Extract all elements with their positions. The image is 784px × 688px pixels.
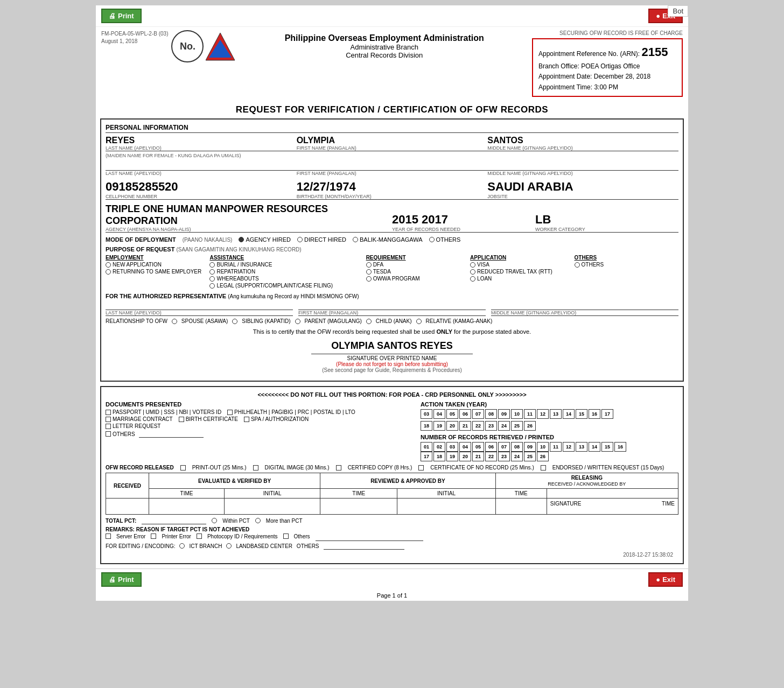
checkbox-passport-icon — [106, 410, 111, 415]
first-name2-label: FIRST NAME (PANGALAN) — [297, 171, 488, 176]
remarks-options: Server Error Printer Error Photocopy ID … — [106, 533, 678, 541]
radio-legal-icon — [209, 283, 215, 289]
sig-note: (See second page for Guide, Requirements… — [106, 367, 678, 373]
jobsite-label: JOBSITE — [487, 194, 678, 200]
checkbox-printout-icon — [180, 465, 186, 471]
rep-first-name: FIRST NAME (PANGALAN) — [298, 301, 486, 316]
rev-time-blank — [320, 499, 397, 515]
action-years-row2: 18 19 20 21 22 23 24 25 26 — [421, 421, 678, 431]
middle-name2-label: MIDDLE NAME (GITNANG APELYIDO) — [487, 171, 678, 176]
radio-landbased-icon — [226, 543, 232, 549]
cellphone-value: 09185285520 — [106, 180, 297, 194]
checkbox-marriage-icon — [106, 417, 111, 422]
radio-whereabouts-icon — [209, 276, 215, 282]
printer-icon: 🖨 — [109, 12, 116, 20]
checkbox-server-error-icon — [106, 533, 111, 539]
personal-info-section: PERSONAL INFORMATION REYES LAST NAME (AP… — [106, 124, 678, 233]
checkbox-certified-icon — [336, 465, 341, 471]
rev-initial-blank — [397, 499, 495, 515]
poea-divider: <<<<<<<<< DO NOT FILL OUT THIS PORTION: … — [106, 391, 678, 398]
purpose-others: OTHERS OTHERS — [575, 255, 678, 290]
middle-name-label: MIDDLE NAME (GITNANG APELYIDO) — [487, 145, 678, 151]
docs-title: DOCUMENTS PRESENTED — [106, 401, 415, 408]
action-years-row1: 03 04 05 06 07 08 09 10 11 12 13 14 15 1… — [421, 409, 678, 419]
bot-label: Bot — [668, 5, 688, 17]
mode-others: OTHERS — [429, 236, 461, 243]
eval-time-blank — [149, 499, 225, 515]
signature-area: OLYMPIA SANTOS REYES SIGNATURE OVER PRIN… — [106, 340, 678, 373]
exit-icon-bottom: ● — [656, 575, 660, 584]
birthdate-value: 12/27/1974 — [297, 180, 488, 194]
eval-initial: INITIAL — [225, 489, 320, 499]
pct-row: TOTAL PCT: Within PCT More than PCT — [106, 517, 678, 524]
worker-category-value: LB — [535, 213, 678, 227]
radio-returning-icon — [106, 269, 111, 275]
checkbox-birth-icon — [179, 417, 184, 422]
editing-row: FOR EDITING / ENCODING: ICT BRANCH LANDB… — [106, 542, 678, 550]
timestamp: 2018-12-27 15:38:02 — [106, 552, 678, 558]
doc-marriage: MARRIAGE CONTRACT BIRTH CERTIFICATE SPA … — [106, 416, 415, 422]
eval-initial-blank — [225, 499, 320, 515]
checkbox-letter-icon — [106, 424, 111, 429]
main-title: REQUEST FOR VERIFICATION / CERTIFICATION… — [96, 100, 688, 118]
last-name-value: REYES — [106, 135, 297, 145]
birthdate-label: BIRTHDATE (MONTH/DAY/YEAR) — [297, 194, 488, 200]
rep-middle-name: MIDDLE NAME (GITNANG APELYIDO) — [491, 301, 678, 316]
rel-time-blank — [495, 499, 547, 515]
exit-button-bottom[interactable]: ● Exit — [648, 572, 683, 587]
radio-loan-icon — [470, 276, 475, 282]
record-nums-row1: 01 02 03 04 05 06 07 08 09 10 11 12 13 1… — [421, 442, 678, 452]
action-title: ACTION TAKEN (YEAR) — [421, 401, 678, 408]
checkbox-digital-icon — [253, 465, 258, 471]
radio-sibling-icon — [232, 319, 237, 324]
print-button-top[interactable]: 🖨 Print — [101, 9, 142, 23]
bottom-bar: 🖨 Print ● Exit — [96, 568, 688, 590]
purpose-employment: EMPLOYMENT NEW APPLICATION RETURNING TO … — [106, 255, 209, 290]
checkbox-printer-error-icon — [151, 533, 156, 539]
checkbox-philhealth-icon — [227, 410, 233, 415]
radio-burial-icon — [209, 262, 215, 268]
mode-label: MODE OF DEPLOYMENT — [106, 236, 176, 243]
remarks-section: REMARKS: REASON IF TARGET PCT IS NOT ACH… — [106, 526, 678, 550]
purpose-of-request: PURPOSE OF REQUEST (SAAN GAGAMITIN ANG K… — [106, 246, 678, 290]
agency-value: TRIPLE ONE HUMAN MANPOWER RESOURCES CORP… — [106, 203, 392, 227]
mode-balik: BALIK-MANGGAGAWA — [353, 236, 423, 243]
page-number: Page 1 of 1 — [96, 590, 688, 601]
pct-label: TOTAL PCT: — [106, 518, 136, 524]
radio-within-pct-icon — [212, 518, 217, 523]
radio-ict-icon — [179, 543, 185, 549]
sig-label: SIGNATURE OVER PRINTED NAME — [106, 355, 678, 361]
processing-table: RECEIVED EVALUATED & VERIFIED BY REVIEWE… — [106, 473, 678, 515]
documents-presented: DOCUMENTS PRESENTED PASSPORT | UMID | SS… — [106, 401, 415, 461]
records-title: NUMBER OF RECORDS RETRIEVED / PRINTED — [421, 434, 678, 440]
jobsite-value: SAUDI ARABIA — [487, 180, 678, 194]
year-records-value: 2015 2017 — [392, 213, 535, 227]
radio-new-app-icon — [106, 262, 111, 268]
print-button-bottom[interactable]: 🖨 Print — [101, 572, 142, 587]
eval-time: TIME — [149, 489, 225, 499]
radio-owwa-icon — [366, 276, 372, 282]
radio-visa-icon — [470, 262, 475, 268]
form-number: FM-POEA-05-WPL-2-B (03) August 1, 2018 — [101, 30, 168, 45]
middle-name-value: SANTOS — [487, 135, 678, 145]
received-blank — [106, 499, 149, 515]
year-records-label: YEAR OF RECORDS NEEDED — [392, 227, 535, 233]
mode-direct-hired: DIRECT HIRED — [297, 236, 346, 243]
ofw-record-released: OFW RECORD RELEASED PRINT-OUT (25 Mins.)… — [106, 465, 678, 471]
agency-label: AGENCY (AHENSYA NA NAGPA-ALIS) — [106, 227, 392, 233]
rev-time: TIME — [320, 489, 397, 499]
radio-repatriation-icon — [209, 269, 215, 275]
sig-reminder: (Please do not forget to sign before sub… — [106, 361, 678, 367]
cellphone-label: CELLPHONE NUMBER — [106, 194, 297, 200]
radio-relative-icon — [416, 319, 422, 324]
certify-text: This is to certify that the OFW record/s… — [106, 328, 678, 335]
checkbox-spa-icon — [244, 417, 249, 422]
radio-parent-icon — [295, 319, 300, 324]
last-name2-label: LAST NAME (APELYIDO) — [106, 171, 297, 176]
checkbox-norecord-icon — [418, 465, 424, 471]
maiden-name-label: (MAIDEN NAME FOR FEMALE - KUNG DALAGA PA… — [106, 153, 678, 158]
purpose-requirement: REQUIREMENT DFA TESDA OWWA PROGRAM — [366, 255, 470, 290]
releasing-header: RELEASINGRECEIVED / ACKNOWLEDGED BY — [495, 473, 678, 489]
auth-rep-title: FOR THE AUTHORIZED REPRESENTATIVE (Ang k… — [106, 293, 678, 299]
mode-sublabel: (PAANO NAKAALIS) — [183, 237, 233, 243]
